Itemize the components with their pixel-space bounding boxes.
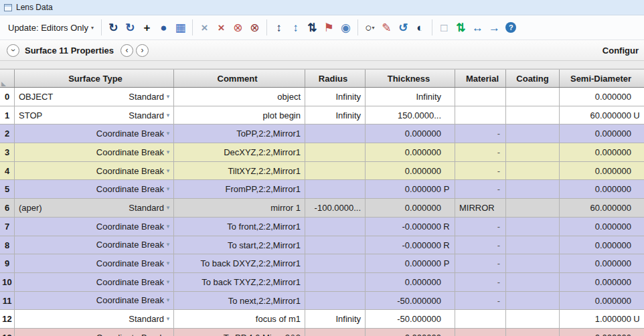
surface-type-cell[interactable]: Coordinate Break▾ (15, 236, 174, 255)
comment-cell[interactable]: To start,2:2,Mirror1 (174, 236, 305, 255)
dropdown-caret-icon[interactable]: ▾ (164, 180, 172, 198)
coating-cell[interactable] (506, 124, 560, 143)
material-cell[interactable]: - (455, 143, 506, 162)
comment-cell[interactable]: ToPP,2:2,Mirror1 (174, 124, 305, 143)
surface-type-cell[interactable]: Coordinate Break▾ (15, 254, 174, 273)
coating-cell[interactable] (506, 143, 560, 162)
dropdown-caret-icon[interactable]: ▾ (164, 143, 172, 161)
row-number-cell[interactable]: 9 (0, 254, 15, 273)
material-cell[interactable]: MIRROR (455, 199, 506, 218)
coating-cell[interactable] (506, 106, 560, 125)
comment-cell[interactable]: plot begin (174, 106, 305, 125)
row-number-cell[interactable]: 6 (0, 199, 15, 218)
material-cell[interactable]: - (455, 124, 506, 143)
dropdown-caret-icon[interactable]: ▾ (164, 162, 172, 180)
radius-cell[interactable] (305, 273, 366, 292)
surface-type-cell[interactable]: Coordinate Break▾ (15, 143, 174, 162)
lens-data-tab[interactable]: Lens Data (0, 0, 644, 15)
comment-cell[interactable]: To back DXYZ,2:2,Mirror1 (174, 254, 305, 273)
thickness-cell[interactable]: -50.000000 (366, 310, 455, 329)
semi-diameter-cell[interactable]: 60.000000 (560, 199, 644, 218)
semi-diameter-cell[interactable]: 60.000000U (560, 106, 644, 125)
reverse-element-icon[interactable]: ↺ (395, 19, 412, 36)
surface-type-cell[interactable]: Standard▾ (15, 310, 174, 329)
thickness-cell[interactable]: -50.000000 (366, 292, 455, 311)
set-vertex-icon[interactable]: + (139, 19, 155, 36)
thickness-cell[interactable]: 0.000000 (366, 162, 455, 181)
prev-surface-button[interactable]: ‹ (120, 44, 133, 57)
dropdown-caret-icon[interactable]: ▾ (164, 88, 172, 106)
expand-columns-icon[interactable]: ↔ (469, 19, 486, 36)
delete-fold-mirror-icon[interactable]: ↕ (287, 19, 304, 36)
thickness-cell[interactable]: -0.000000R (366, 236, 455, 255)
material-cell[interactable] (455, 106, 506, 125)
thickness-cell[interactable]: 0.000000P (366, 180, 455, 199)
global-coordinates-icon[interactable]: ◉ (337, 19, 354, 36)
sphere-icon[interactable]: ● (155, 19, 172, 36)
semi-diameter-cell[interactable]: 0.000000 (560, 236, 644, 255)
semi-diameter-cell[interactable]: 0.000000 (560, 162, 644, 181)
row-number-cell[interactable]: 11 (0, 292, 15, 311)
radius-cell[interactable]: Infinity (305, 310, 366, 329)
radius-cell[interactable] (305, 162, 366, 181)
coating-cell[interactable] (506, 180, 560, 199)
coating-cell[interactable] (506, 88, 560, 106)
coating-cell[interactable] (506, 236, 560, 255)
dropdown-caret-icon[interactable]: ▾ (164, 106, 172, 124)
dropdown-caret-icon[interactable]: ▾ (164, 254, 172, 272)
add-fold-mirror-icon[interactable]: ↕ (270, 19, 287, 36)
radius-cell[interactable]: -100.0000... (305, 199, 366, 218)
material-cell[interactable]: - (455, 218, 506, 236)
thickness-cell[interactable]: 0.000000 (366, 143, 455, 162)
image-grid-icon[interactable]: ▦ (172, 19, 189, 36)
comment-cell[interactable]: To front,2:2,Mirror1 (174, 218, 305, 236)
update-icon[interactable]: ↻ (105, 19, 122, 36)
dropdown-caret-icon[interactable]: ▾ (164, 236, 172, 254)
scale-lens-icon[interactable]: ⚑ (321, 19, 337, 36)
row-number-cell[interactable]: 10 (0, 273, 15, 292)
semi-diameter-cell[interactable]: 0.000000 (560, 124, 644, 143)
row-number-cell[interactable]: 12 (0, 310, 15, 329)
semi-diameter-cell[interactable]: 0.000000 (560, 254, 644, 273)
row-number-cell[interactable]: 8 (0, 236, 15, 255)
thickness-cell[interactable]: -0.000000R (366, 218, 455, 236)
surface-type-cell[interactable]: Coordinate Break▾ (15, 180, 174, 199)
material-cell[interactable]: - (455, 180, 506, 199)
thickness-cell[interactable]: 0.000000 (366, 273, 455, 292)
update-mode-button[interactable]: Update: Editors Only ▾ (4, 20, 98, 35)
row-number-cell[interactable]: 0 (0, 88, 15, 106)
help-icon[interactable]: ? (503, 19, 519, 36)
dropdown-caret-icon[interactable]: ▾ (164, 273, 172, 291)
comment-cell[interactable]: TiltXYZ,2:2,Mirror1 (174, 162, 305, 181)
delete-all-surfaces-icon[interactable]: ⊗ (246, 19, 263, 36)
semi-diameter-cell[interactable]: 1.000000U (560, 310, 644, 329)
comment-cell[interactable]: To next,2:2,Mirror1 (174, 292, 305, 311)
radius-cell[interactable] (305, 254, 366, 273)
comment-cell[interactable]: DecXYZ,2:2,Mirror1 (174, 143, 305, 162)
surface-type-cell[interactable]: (aper)Standard▾ (15, 199, 174, 218)
comment-cell[interactable]: focus of m1 (174, 310, 305, 329)
update-all-icon[interactable]: ↻ (122, 19, 139, 36)
dropdown-caret-icon[interactable]: ▾ (164, 310, 172, 328)
semi-diameter-cell[interactable]: 0.000000 (560, 180, 644, 199)
radius-cell[interactable]: Infinity (305, 106, 366, 125)
coating-cell[interactable] (506, 199, 560, 218)
panel-icon[interactable]: □ (436, 19, 453, 36)
coating-cell[interactable] (506, 273, 560, 292)
radius-cell[interactable] (305, 143, 366, 162)
radius-cell[interactable] (305, 236, 366, 255)
next-surface-button[interactable]: › (136, 44, 149, 57)
coating-cell[interactable] (506, 254, 560, 273)
material-cell[interactable]: - (455, 254, 506, 273)
radius-cell[interactable] (305, 180, 366, 199)
sync-green-icon[interactable]: ⇅ (453, 19, 469, 36)
comment-cell[interactable]: FromPP,2:2,Mirror1 (174, 180, 305, 199)
dropdown-caret-icon[interactable]: ▾ (164, 199, 172, 217)
row-number-cell[interactable]: 4 (0, 162, 15, 181)
semi-diameter-cell[interactable]: 0.000000 (560, 273, 644, 292)
surface-type-cell[interactable]: Coordinate Break▾ (15, 162, 174, 181)
radius-cell[interactable] (305, 218, 366, 236)
tilt-decenter-icon[interactable]: ⇅ (304, 19, 321, 36)
semi-diameter-cell[interactable]: 0.000000 (560, 218, 644, 236)
dropdown-caret-icon[interactable]: ▾ (164, 329, 172, 336)
